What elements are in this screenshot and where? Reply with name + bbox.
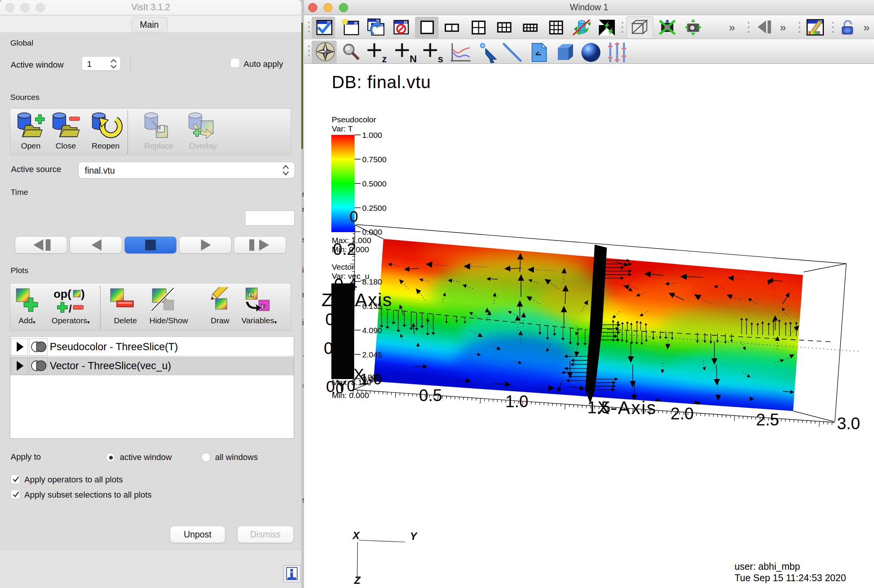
svg-text:Tue Sep 15 11:24:53 2020: Tue Sep 15 11:24:53 2020 bbox=[735, 572, 846, 583]
svg-text:Var: T: Var: T bbox=[332, 124, 353, 133]
svg-text:3.0: 3.0 bbox=[837, 414, 860, 433]
svg-text:z: z bbox=[382, 53, 387, 63]
svg-text:/: / bbox=[69, 303, 72, 315]
svg-text:.0: .0 bbox=[331, 380, 344, 397]
svg-text:DB: final.vtu: DB: final.vtu bbox=[332, 72, 431, 92]
svg-text:Pseudocolor: Pseudocolor bbox=[332, 115, 376, 124]
svg-text:Z: Z bbox=[354, 575, 361, 586]
svg-text:N: N bbox=[410, 53, 417, 63]
svg-text:Y: Y bbox=[410, 531, 418, 542]
svg-text:op(: op( bbox=[54, 288, 71, 300]
svg-text:2.0: 2.0 bbox=[670, 404, 694, 423]
svg-text:): ) bbox=[81, 288, 85, 300]
svg-text:0.000: 0.000 bbox=[362, 228, 382, 236]
svg-text:v: v bbox=[261, 300, 266, 311]
svg-text:0.000: 0.000 bbox=[361, 373, 381, 381]
svg-text:0: 0 bbox=[350, 208, 358, 225]
svg-text:X-Axis: X-Axis bbox=[597, 398, 657, 418]
svg-text:u: u bbox=[248, 288, 254, 299]
svg-text:0.5: 0.5 bbox=[419, 386, 442, 405]
svg-text:s: s bbox=[438, 53, 443, 63]
svg-text:2.045: 2.045 bbox=[362, 350, 382, 359]
svg-text:1.000: 1.000 bbox=[362, 131, 382, 139]
svg-text:8.180: 8.180 bbox=[362, 277, 382, 286]
svg-text:0.7500: 0.7500 bbox=[362, 155, 386, 164]
svg-text:4.090: 4.090 bbox=[362, 326, 382, 335]
svg-text:Vector: Vector bbox=[332, 262, 355, 271]
svg-text:1.0: 1.0 bbox=[505, 392, 528, 411]
svg-text:0.5000: 0.5000 bbox=[362, 179, 386, 188]
svg-text:X: X bbox=[352, 530, 360, 541]
svg-text:user: abhi_mbp: user: abhi_mbp bbox=[735, 561, 800, 572]
svg-text:Z: Z bbox=[321, 290, 332, 310]
svg-text:Axis: Axis bbox=[355, 290, 393, 310]
svg-text:0.2: 0.2 bbox=[333, 240, 356, 258]
svg-text:0.2500: 0.2500 bbox=[362, 204, 386, 212]
svg-text:2.5: 2.5 bbox=[756, 410, 779, 429]
